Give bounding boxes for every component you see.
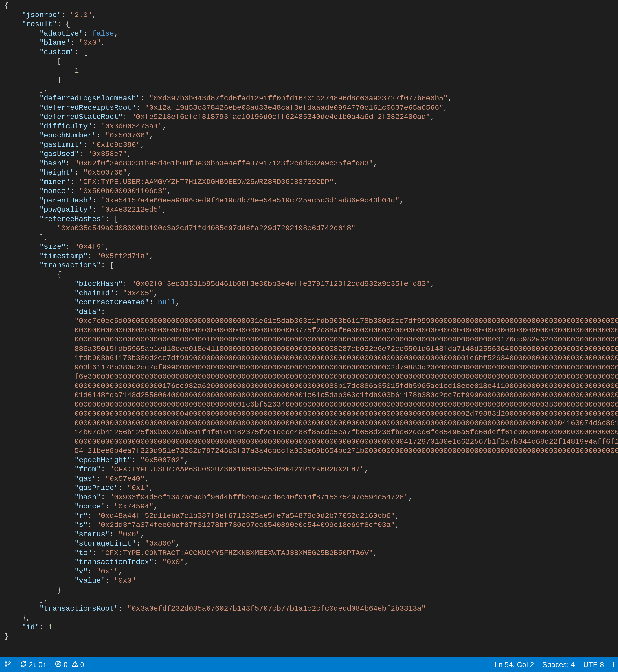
warning-count: 0 (80, 661, 84, 669)
encoding[interactable]: UTF-8 (579, 657, 608, 672)
svg-point-4 (75, 665, 75, 665)
svg-point-2 (9, 662, 10, 663)
svg-point-0 (5, 661, 7, 662)
cursor-position[interactable]: Ln 54, Col 2 (491, 657, 538, 672)
error-icon (55, 660, 62, 669)
eol[interactable]: L (608, 657, 618, 672)
sync-label: 2↓ 0↑ (29, 661, 46, 669)
sync-icon (20, 660, 27, 669)
git-branch-button[interactable] (0, 657, 16, 672)
status-bar: 2↓ 0↑ 0 0 Ln 54, Col 2 Spaces: 4 UTF-8 (0, 657, 618, 672)
problems-button[interactable]: 0 0 (50, 657, 88, 672)
code-editor[interactable]: { "jsonrpc": "2.0", "result": { "adaptiv… (0, 0, 618, 657)
error-count: 0 (64, 661, 68, 669)
indentation[interactable]: Spaces: 4 (538, 657, 579, 672)
git-branch-icon (4, 660, 11, 669)
svg-point-1 (5, 665, 7, 667)
warning-icon (71, 660, 79, 669)
sync-status[interactable]: 2↓ 0↑ (16, 657, 50, 672)
